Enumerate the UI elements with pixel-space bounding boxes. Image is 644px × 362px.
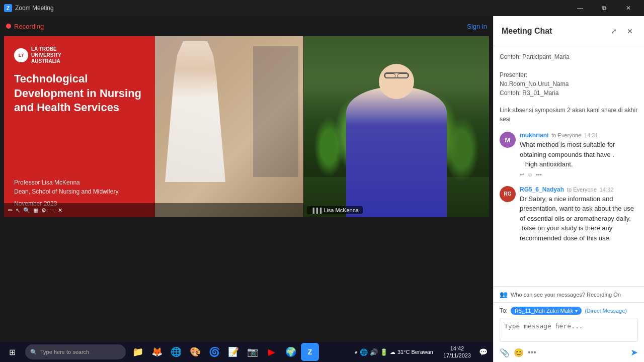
titlebar-title: Zoom Meeting (15, 5, 54, 12)
message-mukhriani: M mukhriani to Everyone 14:31 What metho… (500, 132, 638, 178)
taskbar-right: ∧ 🌐 🔊 🔋 ☁ 31°C Berawan 14:42 17/11/2023 … (354, 344, 491, 360)
sign-in-button[interactable]: Sign in (467, 23, 487, 30)
recording-notice-text: Who can see your messages? Recording On (511, 292, 621, 298)
recording-dot (6, 24, 11, 29)
direct-message-label: (Direct Message) (585, 308, 627, 314)
info-text-2: Link absensi symposium 2 akan kami share… (500, 106, 638, 124)
msg-time-mukhriani: 14:31 (584, 132, 598, 138)
tray-expand-icon[interactable]: ∧ (354, 349, 358, 355)
clock-time: 14:42 (450, 345, 464, 352)
top-bar: Recording Sign in (0, 16, 493, 36)
msg-text-mukhriani: What method is most suitable for obtaini… (520, 140, 638, 169)
more-tools-button[interactable]: ••• (528, 348, 536, 357)
search-placeholder: Type here to search (40, 349, 89, 355)
speaker-video: ▐▐▐ Lisa McKenna (304, 36, 489, 217)
youtube-icon[interactable]: ▶ (263, 343, 281, 361)
msg-time-nadyah: 14:32 (600, 187, 614, 193)
chip-dropdown-icon: ▾ (575, 308, 578, 314)
grid-icon[interactable]: ▦ (33, 207, 38, 214)
video-grid: LT LA TROBE UNIVERSITY AUSTRALIA Technol… (0, 36, 493, 342)
chrome-icon[interactable]: 🌐 (167, 343, 185, 361)
speaker-label: ▐▐▐ Lisa McKenna (307, 206, 363, 214)
edge-icon[interactable]: 🌀 (205, 343, 223, 361)
sender-name-mukhriani: mukhriani (520, 132, 548, 139)
chat-toolbar: 📎 😊 ••• ➤ (500, 344, 638, 358)
settings-slide-icon[interactable]: ⚙ (41, 207, 46, 214)
chat-title: Meeting Chat (502, 27, 552, 36)
chat-messages: Contoh: Participant_Maria Presenter: No.… (494, 46, 644, 286)
taskbar-app-icons: 📁 🦊 🌐 🎨 🌀 📝 📷 ▶ 🌍 Z (129, 343, 319, 361)
msg-to-nadyah: to Everyone (567, 187, 597, 193)
network-icon: 🌐 (360, 348, 368, 356)
volume-icon[interactable]: 🔊 (370, 348, 378, 356)
taskbar: ⊞ 🔍 Type here to search 📁 🦊 🌐 🎨 🌀 📝 📷 ▶ … (0, 342, 493, 362)
file-explorer-icon[interactable]: 📁 (129, 343, 147, 361)
zoom-slide-icon[interactable]: 🔍 (23, 207, 30, 214)
react-btn[interactable]: ☺ (527, 171, 533, 178)
word-icon[interactable]: 📝 (224, 343, 243, 361)
message-nadyah: RG RG5_6_Nadyah to Everyone 14:32 Dr Sab… (500, 186, 638, 243)
video-panel: Recording Sign in LT LA TROBE (0, 16, 493, 362)
maximize-button[interactable]: ⧉ (593, 0, 616, 16)
chat-panel: Meeting Chat ⤢ ✕ Contoh: Participant_Mar… (493, 16, 644, 362)
signal-icon: ▐▐▐ (311, 208, 321, 213)
taskbar-search[interactable]: 🔍 Type here to search (25, 344, 126, 359)
msg-text-nadyah: Dr Sabry, a nice information and present… (520, 194, 638, 243)
weather-text: 31°C Berawan (397, 349, 433, 355)
reply-btn[interactable]: ↩ (520, 171, 524, 178)
pencil-icon[interactable]: ✏ (8, 207, 13, 214)
pop-out-button[interactable]: ⤢ (608, 25, 620, 37)
minimize-button[interactable]: — (569, 0, 592, 16)
search-icon: 🔍 (30, 349, 37, 355)
instagram-icon[interactable]: 📷 (244, 343, 262, 361)
zoom-icon: Z (4, 4, 12, 12)
info-message-1: Contoh: Participant_Maria Presenter: No.… (500, 52, 638, 98)
attachment-button[interactable]: 📎 (500, 348, 510, 357)
zoom-taskbar-icon[interactable]: Z (301, 343, 319, 361)
system-tray: ∧ 🌐 🔊 🔋 (354, 348, 388, 356)
send-button[interactable]: ➤ (630, 347, 638, 358)
close-slide-icon[interactable]: ✕ (58, 207, 62, 214)
chat-header-actions: ⤢ ✕ (608, 25, 636, 37)
video-content: LT LA TROBE UNIVERSITY AUSTRALIA Technol… (0, 36, 493, 342)
start-button[interactable]: ⊞ (2, 343, 22, 361)
avatar-nadyah: RG (500, 186, 516, 202)
emoji-button[interactable]: 😊 (514, 348, 524, 357)
titlebar: Z Zoom Meeting — ⧉ ✕ (0, 0, 644, 16)
recipient-name: R5_11_Muh Zukri Malik (515, 308, 573, 314)
weather-widget: ☁ 31°C Berawan (390, 349, 433, 355)
recording-badge: Recording (6, 23, 44, 30)
chat-close-button[interactable]: ✕ (624, 25, 636, 37)
chat-input-area: To: R5_11_Muh Zukri Malik ▾ (Direct Mess… (494, 302, 644, 362)
msg-to-mukhriani: to Everyone (551, 132, 581, 138)
close-button[interactable]: ✕ (617, 0, 640, 16)
recording-notice-icon: 👥 (500, 291, 508, 298)
slide-title: Technological Development in Nursing and… (14, 72, 145, 115)
main-area: Recording Sign in LT LA TROBE (0, 16, 644, 362)
slide-photo (155, 36, 303, 217)
recording-notice: 👥 Who can see your messages? Recording O… (494, 286, 644, 302)
titlebar-left: Z Zoom Meeting (4, 4, 54, 12)
chat-input[interactable] (500, 318, 638, 342)
info-message-2: Link absensi symposium 2 akan kami share… (500, 106, 638, 124)
app5-icon[interactable]: 🎨 (186, 343, 204, 361)
chat-to-line: To: R5_11_Muh Zukri Malik ▾ (Direct Mess… (500, 307, 638, 315)
slide-author: Professor Lisa McKenna Dean, School of N… (14, 178, 145, 196)
system-clock[interactable]: 14:42 17/11/2023 (443, 345, 471, 359)
to-label: To: (500, 307, 508, 314)
latrobe-logo: LT LA TROBE UNIVERSITY AUSTRALIA (14, 46, 145, 64)
sender-name-nadyah: RG5_6_Nadyah (520, 186, 564, 193)
chat-header: Meeting Chat ⤢ ✕ (494, 16, 644, 46)
recording-label: Recording (14, 23, 44, 30)
firefox-icon[interactable]: 🦊 (148, 343, 166, 361)
chat-recipient-chip[interactable]: R5_11_Muh Zukri Malik ▾ (511, 307, 582, 315)
cursor-icon[interactable]: ↖ (16, 207, 20, 214)
titlebar-controls: — ⧉ ✕ (569, 0, 640, 16)
app9-icon[interactable]: 🌍 (282, 343, 300, 361)
notification-button[interactable]: 💬 (475, 344, 491, 360)
avatar-mukhriani: M (500, 132, 516, 148)
speaker-person (331, 76, 462, 217)
more-btn[interactable]: ••• (536, 171, 542, 178)
msg-reactions-mukhriani: ↩ ☺ ••• (520, 171, 638, 178)
more-slide-icon[interactable]: ⋯ (49, 207, 55, 214)
